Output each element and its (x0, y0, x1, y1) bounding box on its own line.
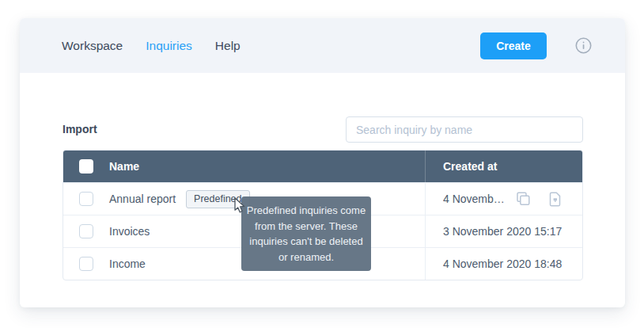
created-at-value: 3 November 2020 15:17 (443, 225, 562, 238)
search-input[interactable] (346, 116, 583, 143)
column-header-created-at: Created at (443, 160, 497, 173)
copy-icon[interactable] (516, 192, 531, 207)
create-button[interactable]: Create (480, 32, 547, 59)
row-checkbox[interactable] (79, 192, 93, 206)
section-title-import: Import (63, 123, 97, 135)
column-header-name: Name (109, 160, 139, 173)
table-header-row: Name Created at (63, 151, 582, 182)
main-nav: Workspace Inquiries Help (62, 39, 241, 53)
predefined-badge[interactable]: Predefined (186, 190, 249, 208)
top-navigation-bar: Workspace Inquiries Help Create (20, 18, 625, 73)
nav-item-workspace[interactable]: Workspace (62, 39, 123, 53)
nav-item-help[interactable]: Help (215, 39, 241, 53)
created-at-value: 4 November 2020 18:48 (443, 257, 562, 270)
row-checkbox[interactable] (79, 224, 93, 238)
nav-item-inquiries[interactable]: Inquiries (146, 39, 192, 53)
row-checkbox[interactable] (79, 257, 93, 271)
file-export-icon[interactable] (548, 192, 562, 207)
predefined-tooltip: Predefined inquiries come from the serve… (241, 196, 371, 271)
info-icon[interactable] (575, 37, 592, 54)
created-at-value: 4 Novemb… (443, 193, 505, 205)
inquiry-name: Invoices (109, 225, 150, 238)
inquiry-name: Income (109, 257, 146, 270)
app-card: Workspace Inquiries Help Create Import N… (20, 18, 625, 307)
inquiry-name: Annual report (109, 193, 176, 205)
select-all-checkbox[interactable] (79, 159, 93, 174)
